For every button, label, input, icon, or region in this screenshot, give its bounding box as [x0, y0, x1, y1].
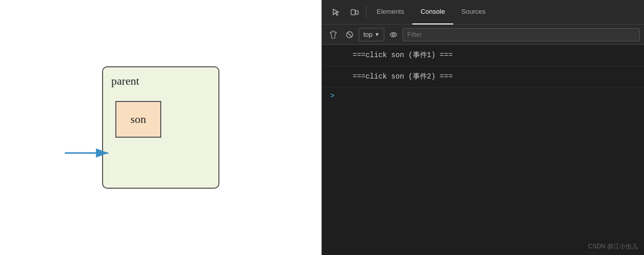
watermark: CSDN @江小虫儿 [588, 242, 638, 251]
dropdown-icon: ▼ [375, 32, 380, 37]
svg-marker-4 [330, 31, 336, 38]
console-line-1: ===click son (事件1) === [322, 45, 644, 66]
click-arrow-icon [62, 143, 113, 163]
console-output: ===click son (事件1) === ===click son (事件2… [322, 45, 644, 255]
tab-sources[interactable]: Sources [453, 0, 494, 24]
eye-icon[interactable] [386, 28, 401, 42]
toolbar-divider [366, 6, 366, 18]
devtools-panel: Elements Console Sources top ▼ [321, 0, 644, 255]
clear-console-icon[interactable] [326, 28, 340, 42]
context-selector[interactable]: top ▼ [359, 28, 384, 41]
tab-console[interactable]: Console [412, 0, 453, 24]
console-input-line: > [322, 88, 644, 104]
svg-rect-2 [351, 10, 355, 15]
svg-point-7 [390, 33, 397, 37]
svg-line-6 [348, 32, 352, 37]
console-line-2: ===click son (事件2) === [322, 66, 644, 88]
arrow-container [62, 143, 113, 163]
svg-rect-3 [356, 11, 358, 14]
son-box[interactable]: son [115, 101, 161, 138]
parent-box[interactable]: parent son [102, 66, 219, 189]
inspect-element-icon[interactable] [327, 3, 345, 21]
console-toolbar: top ▼ [322, 24, 644, 45]
parent-label: parent [111, 74, 210, 88]
devtools-tab-bar: Elements Console Sources [322, 0, 644, 24]
tab-elements[interactable]: Elements [368, 0, 412, 24]
block-icon[interactable] [342, 28, 357, 42]
son-label: son [131, 113, 146, 126]
filter-input[interactable] [403, 28, 640, 41]
svg-point-8 [392, 34, 394, 36]
demo-panel: parent son [0, 0, 321, 255]
device-mode-icon[interactable] [345, 3, 364, 21]
console-prompt: > [330, 92, 334, 100]
